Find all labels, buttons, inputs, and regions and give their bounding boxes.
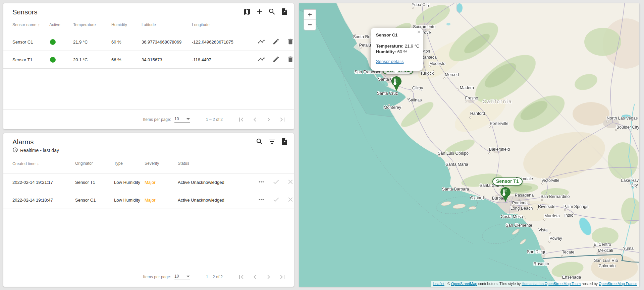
paginator-nav [231, 273, 286, 281]
city-label: Long Beach [511, 206, 533, 211]
city-label: Ensenada [562, 275, 581, 280]
alarms-table: Created time↓ Originator Type Severity S… [3, 154, 294, 209]
map-zoom-control: + − [304, 9, 316, 30]
filter-button[interactable] [268, 138, 276, 146]
cell-active [49, 51, 73, 69]
edit-button[interactable] [272, 38, 280, 46]
city-dot [544, 219, 545, 221]
column-originator[interactable]: Originator [75, 154, 114, 173]
city-dot [561, 256, 563, 257]
last-page-button [278, 116, 286, 124]
osm-link[interactable]: OpenStreetMap [451, 282, 477, 286]
search-button[interactable] [268, 8, 276, 16]
acknowledge-button [272, 196, 280, 204]
city-label: San Luis Río [594, 258, 618, 263]
search-button[interactable] [256, 138, 264, 146]
column-created-time[interactable]: Created time↓ [3, 154, 75, 173]
map-widget[interactable]: Yuba CitySacramentoElk GroveSanta RosaPe… [299, 3, 639, 287]
city-label: Pomona [512, 201, 528, 205]
column-type[interactable]: Type [114, 154, 145, 173]
alarms-widget: Alarms Realtime - last day Created time↓… [3, 133, 294, 287]
export-button[interactable] [280, 8, 288, 16]
city-label: Costa Mesa [501, 214, 523, 219]
osm-france-link[interactable]: OpenStreetMap France [599, 282, 637, 286]
more-actions-button[interactable] [258, 196, 265, 204]
cell-temperature: 21.9 °C [73, 33, 111, 51]
column-severity[interactable]: Severity [145, 154, 178, 173]
city-label: Riverside [538, 204, 555, 209]
last-page-button [278, 273, 286, 281]
edit-button[interactable] [272, 56, 280, 64]
column-humidity[interactable]: Humidity [111, 16, 142, 33]
trash-icon [287, 41, 294, 46]
map-toggle-button[interactable] [243, 8, 251, 16]
cell-humidity: 66 % [111, 51, 142, 69]
sensors-toolbar [243, 8, 288, 16]
chevron-left-icon [251, 277, 259, 282]
table-row[interactable]: Sensor C1 21.9 °C 60 % 36.97734668078069… [3, 33, 294, 51]
zoom-out-button[interactable]: − [304, 20, 316, 30]
timeseries-button[interactable] [258, 38, 265, 46]
more-actions-button[interactable] [258, 178, 265, 187]
city-label: San Bernardino [541, 194, 570, 199]
city-dot [489, 153, 490, 154]
timeseries-chart-icon [258, 41, 265, 46]
city-label: Murrieta [544, 214, 560, 218]
first-page-button [237, 116, 245, 124]
city-label: Fresno [465, 96, 478, 100]
state-label: California [483, 98, 512, 104]
city-dot [565, 209, 566, 211]
row-actions [252, 33, 294, 51]
city-dot [457, 89, 459, 90]
cell-severity: Major [145, 173, 178, 191]
column-longitude[interactable]: Longitude [192, 16, 252, 33]
cell-type: Low Humidity [114, 173, 145, 191]
city-dot [597, 253, 599, 255]
hot-link[interactable]: Humanitarian OpenStreetMap Team [522, 282, 581, 286]
table-row[interactable]: Sensor T1 20.1 °C 66 % 34.015673 -118.44… [3, 51, 294, 69]
city-label: Santa Barbara [442, 187, 469, 192]
row-actions [252, 191, 294, 209]
delete-button[interactable] [287, 38, 294, 46]
city-label: Modesto [429, 61, 445, 66]
first-page-button [237, 273, 245, 281]
column-active[interactable]: Active [49, 16, 73, 33]
more-horiz-icon [258, 182, 265, 187]
column-status[interactable]: Status [178, 154, 252, 173]
zoom-in-button[interactable]: + [304, 10, 316, 20]
city-label: Porterville [490, 121, 508, 126]
chevron-down-icon [186, 276, 190, 277]
city-label: Bakersfield [489, 147, 510, 152]
timewindow-control[interactable]: Realtime - last day [3, 146, 294, 154]
add-entity-button[interactable] [256, 8, 264, 16]
check-icon [272, 199, 280, 204]
delete-button[interactable] [287, 56, 294, 64]
city-label: El Centro [594, 242, 611, 247]
cell-severity: Major [145, 191, 178, 209]
table-row[interactable]: 2022-02-14 19:18:47 Sensor C1 Low Humidi… [3, 191, 294, 209]
city-label: Madera [460, 85, 474, 90]
dashboard-page: Sensors Sensor name↑ Active Temperature … [0, 0, 644, 290]
marker-tooltip-sensor-t1[interactable]: Sensor T1 [492, 177, 523, 186]
search-icon [268, 8, 276, 17]
column-sensor-name[interactable]: Sensor name↑ [3, 16, 49, 33]
next-page-button [265, 273, 273, 281]
pencil-icon [272, 59, 280, 64]
city-label: Rosarito [534, 262, 549, 266]
more-horiz-icon [258, 199, 265, 204]
page-size-select[interactable]: 10 [174, 274, 190, 280]
city-dot [549, 232, 551, 234]
cell-status: Active Unacknowledged [178, 191, 252, 209]
column-latitude[interactable]: Latitude [142, 16, 192, 33]
export-button[interactable] [280, 138, 288, 146]
table-row[interactable]: 2022-02-14 19:21:17 Sensor T1 Low Humidi… [3, 173, 294, 191]
column-temperature[interactable]: Temperature [73, 16, 111, 33]
alarms-toolbar [256, 138, 288, 146]
popup-close-button[interactable]: × [417, 29, 421, 35]
leaflet-link[interactable]: Leaflet [433, 282, 444, 286]
city-dot [574, 213, 575, 215]
page-size-select[interactable]: 10 [174, 117, 190, 123]
sensor-details-link[interactable]: Sensor details [376, 59, 404, 64]
city-label: San Diego [527, 249, 546, 254]
timeseries-button[interactable] [258, 56, 265, 64]
